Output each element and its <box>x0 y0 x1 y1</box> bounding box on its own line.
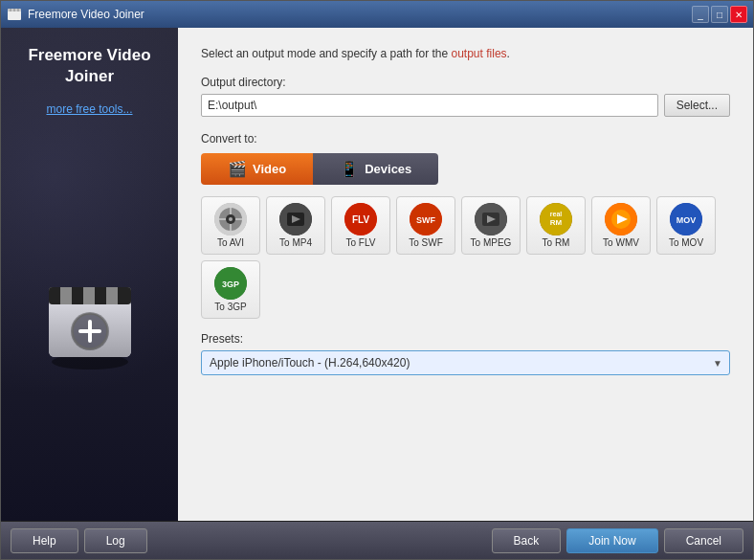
maximize-button[interactable]: □ <box>711 6 728 23</box>
format-btn-flv[interactable]: FLV To FLV <box>331 196 390 255</box>
join-now-button[interactable]: Join Now <box>566 528 657 553</box>
tab-row: 🎬 Video 📱 Devices <box>201 153 438 185</box>
window-controls: _ □ ✕ <box>692 6 747 23</box>
mpeg-icon <box>475 203 507 235</box>
convert-to-label: Convert to: <box>201 132 730 146</box>
more-tools-link[interactable]: more free tools... <box>46 102 132 116</box>
main-window: Freemore Video Joiner _ □ ✕ Freemore Vid… <box>0 0 754 560</box>
help-button[interactable]: Help <box>11 528 78 553</box>
wmv-label: To WMV <box>603 237 639 248</box>
mov-label: To MOV <box>669 237 703 248</box>
format-btn-mov[interactable]: MOV To MOV <box>656 196 716 255</box>
swf-icon: SWF <box>410 203 442 235</box>
content-area: Select an output mode and specify a path… <box>178 28 753 521</box>
format-btn-wmv[interactable]: To WMV <box>591 196 651 255</box>
swf-label: To SWF <box>409 237 443 248</box>
svg-text:3GP: 3GP <box>222 280 239 289</box>
instruction-text: Select an output mode and specify a path… <box>201 45 730 62</box>
clapboard-icon <box>37 266 143 371</box>
svg-text:MOV: MOV <box>676 215 697 225</box>
sidebar: Freemore Video Joiner more free tools... <box>1 28 178 521</box>
app-icon <box>7 7 22 22</box>
3gp-label: To 3GP <box>214 302 246 312</box>
svg-rect-13 <box>118 287 131 304</box>
presets-label: Presets: <box>201 332 730 346</box>
format-grid: To AVI To MP4 <box>201 196 730 319</box>
video-tab-icon: 🎬 <box>228 160 247 178</box>
instruction-highlight: output files <box>452 47 507 60</box>
rm-icon: real RM <box>540 203 572 235</box>
tab-devices-label: Devices <box>365 162 411 176</box>
3gp-icon: 3GP <box>214 267 247 300</box>
tab-video-label: Video <box>253 162 286 176</box>
format-btn-3gp[interactable]: 3GP To 3GP <box>201 260 260 319</box>
format-btn-rm[interactable]: real RM To RM <box>526 196 586 255</box>
cancel-button[interactable]: Cancel <box>664 528 743 553</box>
sidebar-icon-area <box>37 116 143 521</box>
tab-video[interactable]: 🎬 Video <box>201 153 313 185</box>
devices-tab-icon: 📱 <box>340 160 359 178</box>
title-bar: Freemore Video Joiner _ □ ✕ <box>1 1 753 28</box>
minimize-button[interactable]: _ <box>692 6 709 23</box>
svg-text:FLV: FLV <box>352 214 369 225</box>
svg-text:real: real <box>550 211 563 217</box>
svg-rect-0 <box>8 11 21 20</box>
mp4-label: To MP4 <box>279 237 312 248</box>
format-btn-avi[interactable]: To AVI <box>201 196 260 255</box>
svg-rect-10 <box>49 287 60 304</box>
directory-row: Select... <box>201 94 730 117</box>
log-button[interactable]: Log <box>84 528 147 553</box>
format-btn-mp4[interactable]: To MP4 <box>266 196 325 255</box>
format-btn-mpeg[interactable]: To MPEG <box>461 196 521 255</box>
presets-wrapper: Apple iPhone/iTouch - (H.264,640x420) Ap… <box>201 350 730 375</box>
format-btn-swf[interactable]: SWF To SWF <box>396 196 455 255</box>
rm-label: To RM <box>543 237 570 248</box>
wmv-icon <box>605 203 637 235</box>
window-title: Freemore Video Joiner <box>28 8 686 21</box>
svg-rect-11 <box>72 287 83 304</box>
app-title: Freemore Video Joiner <box>1 37 178 95</box>
avi-icon <box>214 203 247 235</box>
close-button[interactable]: ✕ <box>730 6 747 23</box>
bottom-bar: Help Log Back Join Now Cancel <box>1 521 753 559</box>
svg-text:SWF: SWF <box>416 215 435 225</box>
presets-select[interactable]: Apple iPhone/iTouch - (H.264,640x420) Ap… <box>201 350 730 375</box>
svg-text:RM: RM <box>550 218 563 227</box>
avi-label: To AVI <box>217 237 244 248</box>
output-directory-label: Output directory: <box>201 76 730 89</box>
back-button[interactable]: Back <box>492 528 562 553</box>
flv-icon: FLV <box>344 203 377 235</box>
select-button[interactable]: Select... <box>664 94 730 117</box>
mov-icon: MOV <box>670 203 702 235</box>
svg-point-21 <box>229 217 233 221</box>
mpeg-label: To MPEG <box>471 237 512 248</box>
svg-rect-12 <box>95 287 106 304</box>
output-directory-input[interactable] <box>201 94 658 117</box>
mp4-icon <box>279 203 312 235</box>
flv-label: To FLV <box>346 237 376 248</box>
main-content: Freemore Video Joiner more free tools... <box>1 28 753 521</box>
tab-devices[interactable]: 📱 Devices <box>313 153 438 185</box>
